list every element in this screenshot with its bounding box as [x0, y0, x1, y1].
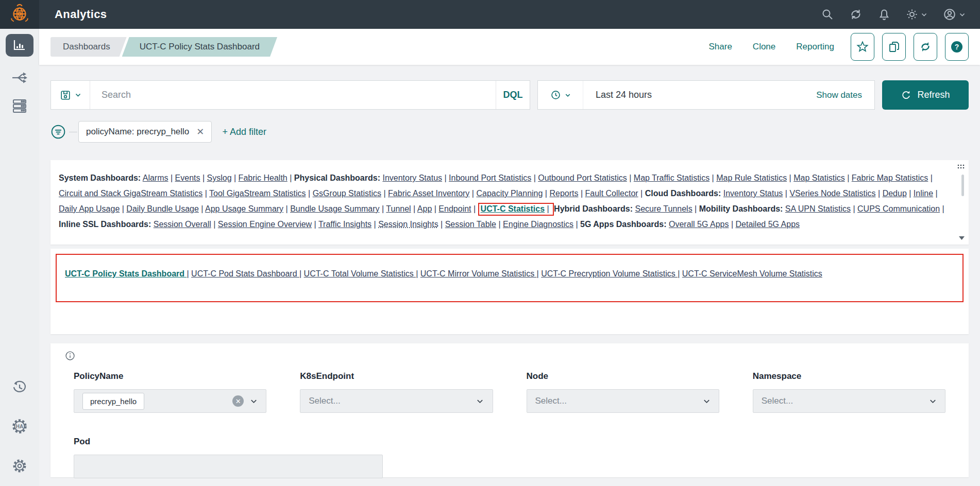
add-filter-button[interactable]: + Add filter — [222, 127, 266, 137]
sidebar-item-settings[interactable] — [12, 458, 27, 474]
nav-link[interactable]: Engine Diagnostics — [503, 220, 573, 229]
namespace-select[interactable]: Select... — [753, 389, 945, 413]
nav-link[interactable]: Capacity Planning — [476, 189, 543, 198]
nav-link[interactable]: Events — [175, 173, 200, 182]
user-account-menu[interactable] — [943, 8, 966, 21]
remove-filter-icon[interactable]: ✕ — [196, 127, 204, 136]
filter-chip-policyname[interactable]: policyName: precryp_hello ✕ — [78, 121, 212, 143]
time-range-value[interactable]: Last 24 hours — [596, 90, 652, 100]
help-button[interactable]: ? — [945, 33, 969, 61]
clone-link[interactable]: Clone — [753, 42, 775, 52]
nav-link[interactable]: App — [417, 204, 432, 213]
favorite-button[interactable] — [851, 33, 874, 61]
nav-link[interactable]: Fault Collector — [585, 189, 638, 198]
separator: | — [729, 220, 735, 229]
info-icon[interactable] — [65, 351, 75, 361]
nav-link[interactable]: Inventory Status — [723, 189, 783, 198]
k8sendpoint-select[interactable]: Select... — [300, 389, 493, 413]
nav-link[interactable]: Tool GigaStream Statistics — [209, 189, 306, 198]
notifications-bell-icon[interactable] — [878, 8, 890, 21]
search-input[interactable] — [90, 81, 496, 109]
refresh-dashboard-button[interactable] — [914, 33, 937, 61]
selected-value-chip[interactable]: precryp_hello — [82, 393, 144, 410]
uctc-link[interactable]: UCT-C Mirror Volume Statistics — [420, 269, 537, 278]
highlight-red-box: UCT-C Statistics | — [478, 203, 554, 216]
nav-link[interactable]: Outbound Port Statistics — [538, 173, 627, 182]
nav-link[interactable]: Inline — [914, 189, 933, 198]
nav-link[interactable]: Fabric Health — [239, 173, 288, 182]
sidebar-item-history[interactable] — [12, 380, 27, 394]
nav-link[interactable]: Reports — [549, 189, 578, 198]
uctc-link[interactable]: UCT-C ServiceMesh Volume Statistics — [682, 269, 822, 278]
nav-link[interactable]: Overall 5G Apps — [669, 220, 729, 229]
nav-link[interactable]: VSeries Node Statistics — [789, 189, 875, 198]
share-link[interactable]: Share — [708, 42, 732, 52]
panel-scrollbar[interactable] — [961, 175, 964, 196]
uctc-link[interactable]: UCT-C Pod Stats Dashboard — [191, 269, 299, 278]
pod-select[interactable] — [74, 455, 383, 478]
nav-link[interactable]: App Usage Summary — [205, 204, 283, 213]
sidebar-item-dashboards[interactable] — [6, 34, 33, 57]
search-icon[interactable] — [821, 8, 834, 21]
sidebar-item-traffic[interactable] — [11, 71, 28, 84]
breadcrumb-current-dashboard[interactable]: UCT-C Policy Stats Dashboard — [122, 37, 277, 57]
copy-dashboard-button[interactable] — [882, 33, 906, 61]
separator: | — [940, 204, 944, 213]
separator: | — [411, 204, 417, 213]
nav-link[interactable]: Bundle Usage Summary — [290, 204, 379, 213]
nav-link[interactable]: Tunnel — [386, 204, 411, 213]
nav-link[interactable]: Map Statistics — [793, 173, 845, 182]
nav-link[interactable]: Map Traffic Statistics — [634, 173, 709, 182]
nav-link[interactable]: CUPS Communication — [857, 204, 940, 213]
nav-link[interactable]: GsGroup Statistics — [313, 189, 381, 198]
sidebar: HA — [0, 29, 39, 486]
panel-drag-handle[interactable] — [957, 163, 966, 172]
nav-link[interactable]: Map Rule Statistics — [716, 173, 787, 182]
sidebar-item-inventory[interactable] — [12, 99, 27, 113]
uctc-link-active[interactable]: UCT-C Policy Stats Dashboard — [65, 269, 187, 278]
nav-link[interactable]: Secure Tunnels — [635, 204, 692, 213]
nav-link[interactable]: Alarms — [143, 173, 168, 182]
saved-queries-button[interactable] — [51, 81, 90, 109]
nav-link[interactable]: Detailed 5G Apps — [736, 220, 800, 229]
nav-link[interactable]: SA UPN Statistics — [785, 204, 851, 213]
node-select[interactable]: Select... — [527, 389, 719, 413]
filter-options-icon[interactable] — [50, 124, 66, 140]
uctc-link[interactable]: UCT-C Precryption Volume Statistics — [541, 269, 678, 278]
nav-link[interactable]: Dedup — [883, 189, 907, 198]
nav-link[interactable]: Endpoint — [438, 204, 471, 213]
nav-link[interactable]: Syslog — [207, 173, 232, 182]
nav-link[interactable]: Fabric Map Statistics — [852, 173, 928, 182]
nav-link[interactable]: Session Insights — [378, 220, 438, 229]
nav-link[interactable]: Daily Bundle Usage — [126, 204, 199, 213]
nav-link[interactable]: UCT-C Statistics — [481, 204, 545, 213]
filter-chip-label: policyName: precryp_hello — [86, 127, 189, 137]
separator: | — [288, 173, 294, 182]
nav-link[interactable]: Session Overall — [154, 220, 211, 229]
breadcrumb-dashboards[interactable]: Dashboards — [50, 37, 127, 57]
nav-link[interactable]: Session Engine Overview — [218, 220, 312, 229]
nav-link[interactable]: Inventory Status — [382, 173, 442, 182]
clock-icon — [550, 90, 561, 100]
nav-link[interactable]: Inbound Port Statistics — [449, 173, 531, 182]
nav-link[interactable]: Traffic Insights — [318, 220, 371, 229]
nav-link[interactable]: Daily App Usage — [59, 204, 120, 213]
app-logo[interactable] — [0, 0, 39, 29]
reporting-link[interactable]: Reporting — [796, 42, 834, 52]
refresh-button[interactable]: Refresh — [882, 80, 969, 110]
dql-toggle[interactable]: DQL — [496, 81, 530, 109]
uctc-link[interactable]: UCT-C Total Volume Statistics — [304, 269, 416, 278]
nav-link[interactable]: Session Table — [445, 220, 496, 229]
nav-link[interactable]: Circuit and Stack GigaStream Statistics — [59, 189, 202, 198]
sidebar-item-high-availability[interactable]: HA — [11, 418, 28, 435]
show-dates-link[interactable]: Show dates — [816, 90, 862, 100]
scroll-down-icon[interactable] — [958, 233, 965, 242]
time-range-menu-button[interactable] — [538, 81, 583, 109]
clear-selection-icon[interactable]: ✕ — [232, 395, 244, 407]
chevron-down-icon — [929, 397, 937, 405]
policyname-select[interactable]: precryp_hello✕ — [74, 389, 266, 413]
nav-group-label: Inline SSL Dashboards: — [59, 220, 151, 229]
nav-link[interactable]: Fabric Asset Inventory — [388, 189, 469, 198]
theme-brightness-menu[interactable] — [906, 8, 927, 21]
sync-icon[interactable] — [849, 8, 863, 21]
